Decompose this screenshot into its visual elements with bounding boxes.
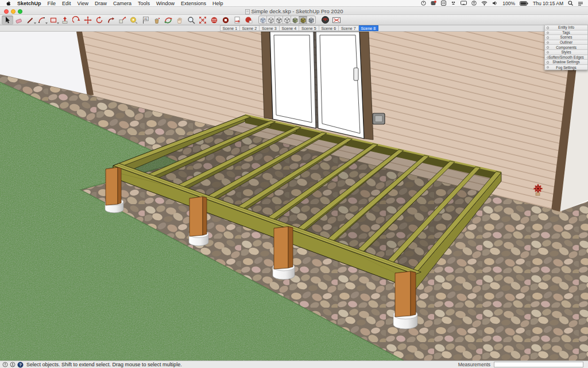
style-xray-button[interactable] [259,16,267,24]
collapse-circle-icon[interactable] [547,56,550,59]
style-wireframe-button[interactable] [275,16,283,24]
zoom-extents-tool-button[interactable] [197,16,208,25]
deck-post[interactable] [189,197,207,236]
zoom-extents-icon [199,16,207,24]
door-panel-right[interactable] [316,32,364,139]
follow-me-tool-button[interactable] [105,16,117,25]
timer-icon[interactable] [421,1,426,6]
share-model-button[interactable] [243,16,254,25]
help-icon[interactable]: ? [17,362,24,368]
notification-badge-icon[interactable] [431,1,436,6]
look-around-tool-button[interactable] [319,16,331,25]
collapse-circle-icon[interactable] [547,66,550,69]
menu-item-edit[interactable]: Edit [62,1,71,6]
paint-bucket-tool-button[interactable] [151,16,163,25]
style-hidden-line-button[interactable] [283,16,291,24]
tab-scene-7[interactable]: Scene 7 [339,25,359,31]
collapse-circle-icon[interactable] [547,61,550,64]
select-tool-button[interactable] [2,16,13,25]
send-to-layout-button[interactable] [231,16,243,25]
control-center-icon[interactable] [578,1,583,6]
text-tool-button[interactable]: A1 [140,16,151,25]
apple-menu-icon[interactable] [6,1,11,6]
electrical-box[interactable] [373,113,385,124]
style-back-edges-button[interactable] [267,16,275,24]
rectangle-tool-button[interactable] [48,16,59,25]
tray-item-fog-settings[interactable]: Fog Settings [545,65,587,70]
scale-tool-button[interactable] [117,16,128,25]
tray-item-tags[interactable]: Tags [545,30,587,36]
collapse-circle-icon[interactable] [547,32,550,34]
send-to-layout-icon [233,16,241,24]
3d-warehouse-button[interactable] [208,16,220,25]
viewport-3d[interactable] [0,32,588,361]
offset-tool-button[interactable] [71,16,82,25]
style-monochrome-button[interactable] [307,16,315,24]
arc-tool-button[interactable] [36,16,48,25]
collapse-circle-icon[interactable] [547,41,550,44]
wifi-icon[interactable] [481,1,488,6]
deck-post[interactable] [106,167,121,205]
volume-icon[interactable] [492,1,498,6]
tab-scene-1[interactable]: Scene 1 [220,25,240,31]
menu-item-app[interactable]: SketchUp [17,1,41,6]
status-message: Select objects. Shift to extend select. … [26,362,182,367]
style-shaded-textures-button[interactable] [299,16,307,24]
push-pull-tool-button[interactable] [59,16,71,25]
menu-item-help[interactable]: Help [212,1,223,6]
collapse-circle-icon[interactable] [547,36,550,39]
tray-item-outliner[interactable]: Outliner [545,40,587,45]
tab-scene-4[interactable]: Scene 4 [280,25,300,31]
tab-scene-5[interactable]: Scene 5 [299,25,319,31]
style-shaded-button[interactable] [291,16,299,24]
zoom-window-tool-button[interactable] [331,16,342,25]
claim-credit-icon[interactable] [10,362,16,367]
tray-item-scenes[interactable]: Scenes [545,35,587,40]
move-tool-button[interactable] [82,16,94,25]
spotlight-icon[interactable] [568,1,573,6]
tray-item-components[interactable]: Components [545,45,587,50]
document-icon [245,9,250,14]
orbit-tool-button[interactable] [163,16,174,25]
orbit-icon [164,16,172,24]
zoom-tool-button[interactable] [185,16,197,25]
menu-clock[interactable]: Thu 10:15 AM [533,1,563,6]
extension-warehouse-button[interactable] [220,16,231,25]
share-model-icon [245,16,253,24]
menu-item-extensions[interactable]: Extensions [181,1,206,6]
menu-item-file[interactable]: File [48,1,56,6]
deck-post[interactable] [274,227,293,269]
tray-item-soften-smooth-edges[interactable]: Soften/Smooth Edges [545,55,587,60]
rotate-tool-button[interactable] [94,16,105,25]
window-title-bar[interactable]: Simple deck.skp - SketchUp Pro 2020 [0,7,588,15]
tape-measure-tool-button[interactable] [128,16,140,25]
menu-item-view[interactable]: View [78,1,88,6]
menu-item-camera[interactable]: Camera [113,1,131,6]
battery-icon[interactable] [520,1,528,6]
collapse-circle-icon[interactable] [547,46,550,49]
tab-scene-3[interactable]: Scene 3 [260,25,280,31]
tab-scene-6[interactable]: Scene 6 [319,25,339,31]
tray-item-styles[interactable]: Styles [545,50,587,55]
deck-post[interactable] [395,271,416,317]
menu-item-tools[interactable]: Tools [138,1,150,6]
eraser-tool-button[interactable] [13,16,25,25]
tab-scene-2[interactable]: Scene 2 [240,25,260,31]
menu-item-window[interactable]: Window [156,1,175,6]
menu-item-draw[interactable]: Draw [95,1,107,6]
display-mirroring-icon[interactable] [461,1,467,6]
collapse-circle-icon[interactable] [547,51,550,54]
collapse-circle-icon[interactable] [547,26,550,29]
line-tool-button[interactable] [25,16,36,25]
app-paw-icon[interactable] [451,1,456,6]
look-around-icon [321,16,330,24]
tray-item-entity-info[interactable]: Entity Info [545,25,587,30]
tray-item-shadow-settings[interactable]: Shadow Settings [545,60,587,65]
input-source-icon[interactable] [471,1,477,6]
tab-scene-8[interactable]: Scene 8 [359,25,379,31]
parallels-icon[interactable] [441,1,446,6]
pan-tool-button[interactable] [174,16,185,25]
measurements-input[interactable] [494,362,583,367]
door-panel-left[interactable] [270,32,316,128]
geolocation-icon[interactable] [2,362,8,367]
